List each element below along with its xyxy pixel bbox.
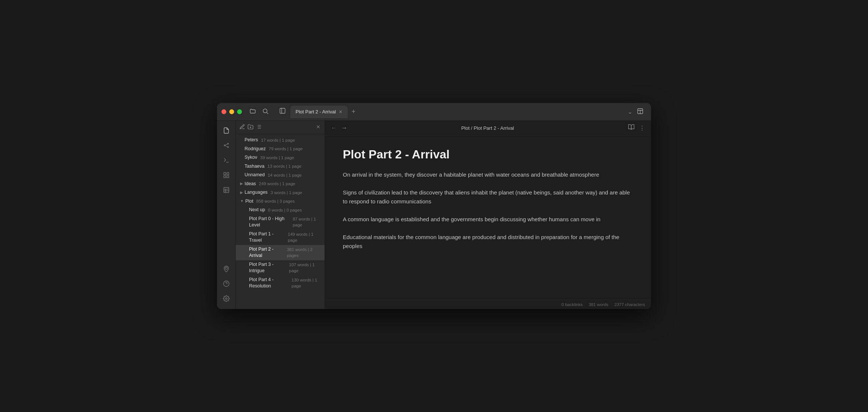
sidebar-icon-documents[interactable] xyxy=(220,124,233,137)
file-sidebar-header xyxy=(236,121,325,134)
list-item[interactable]: Sykov 39 words | 1 page xyxy=(236,153,325,162)
breadcrumb: Plot / Plot Part 2 - Arrival xyxy=(352,125,623,131)
sidebar-toggle-icon[interactable] xyxy=(279,107,286,116)
svg-rect-2 xyxy=(280,108,285,113)
paragraph-3: A common language is established and the… xyxy=(343,215,633,224)
svg-line-11 xyxy=(225,146,227,147)
list-item[interactable]: Plot Part 2 - Arrival 381 words | 2 page… xyxy=(236,245,325,260)
svg-point-21 xyxy=(225,267,227,270)
list-item[interactable]: Plot Part 4 - Resolution 130 words | 1 p… xyxy=(236,276,325,291)
backlinks-count: 0 backlinks xyxy=(562,302,583,307)
breadcrumb-current[interactable]: Plot Part 2 - Arrival xyxy=(473,125,514,131)
svg-point-24 xyxy=(225,298,227,300)
titlebar-icons xyxy=(249,108,269,116)
forward-button[interactable]: → xyxy=(341,125,347,131)
svg-point-7 xyxy=(224,145,225,146)
content-nav: ← → Plot / Plot Part 2 - Arrival ⋮ xyxy=(325,121,651,135)
file-sidebar: Peters 17 words | 1 page Rodriguez 79 wo… xyxy=(236,121,325,309)
list-item[interactable]: Peters 17 words | 1 page xyxy=(236,136,325,145)
active-tab[interactable]: Plot Part 2 - Arrival ✕ xyxy=(290,106,348,118)
list-item[interactable]: Plot Part 3 - Intrigue 107 words | 1 pag… xyxy=(236,260,325,276)
word-count: 381 words xyxy=(588,302,608,307)
minimize-button[interactable] xyxy=(229,109,234,114)
folder-icon[interactable] xyxy=(249,108,256,116)
back-button[interactable]: ← xyxy=(331,125,337,131)
tab-close-button[interactable]: ✕ xyxy=(339,110,342,114)
chevron-right-icon: ▶ xyxy=(240,190,243,195)
svg-point-8 xyxy=(227,143,229,144)
list-item[interactable]: Next up 0 words | 0 pages xyxy=(236,206,325,215)
close-button[interactable] xyxy=(221,109,226,114)
tab-label: Plot Part 2 - Arrival xyxy=(296,109,336,115)
list-item[interactable]: Plot Part 1 - Travel 149 words | 1 page xyxy=(236,230,325,245)
main-window: Plot Part 2 - Arrival ✕ + ⌄ xyxy=(217,103,651,309)
list-item[interactable]: Unnamed 14 words | 1 page xyxy=(236,171,325,180)
sidebar-icon-location[interactable] xyxy=(220,262,233,276)
more-options-icon[interactable]: ⋮ xyxy=(639,125,645,132)
list-item[interactable]: Plot Part 0 - High Level 87 words | 1 pa… xyxy=(236,215,325,230)
content-actions: ⋮ xyxy=(628,124,645,132)
paragraph-4: Educational materials for the common lan… xyxy=(343,233,633,251)
icon-sidebar xyxy=(217,121,236,309)
traffic-lights xyxy=(221,109,242,114)
sidebar-icon-help[interactable] xyxy=(220,277,233,290)
svg-line-1 xyxy=(267,112,268,114)
chevron-right-icon: ▶ xyxy=(240,181,243,186)
sidebar-icon-graph[interactable] xyxy=(220,139,233,152)
list-item[interactable]: ▶ Languages 3 words | 1 page xyxy=(236,188,325,197)
maximize-button[interactable] xyxy=(237,109,242,114)
new-folder-icon[interactable] xyxy=(248,124,253,131)
svg-rect-13 xyxy=(224,173,226,174)
search-icon[interactable] xyxy=(262,108,269,116)
editor-area[interactable]: Plot Part 2 - Arrival On arrival in the … xyxy=(325,135,651,300)
layout-toggle-icon[interactable] xyxy=(637,108,644,116)
svg-line-10 xyxy=(225,144,227,145)
sidebar-icon-settings[interactable] xyxy=(220,292,233,305)
titlebar-right: ⌄ xyxy=(628,108,647,116)
svg-rect-15 xyxy=(224,176,226,178)
list-item[interactable]: Tashaeva 13 words | 1 page xyxy=(236,162,325,171)
sidebar-icon-table[interactable] xyxy=(220,183,233,197)
list-item[interactable]: ▶ Ideas 249 words | 1 page xyxy=(236,180,325,189)
reader-mode-icon[interactable] xyxy=(628,124,635,132)
list-item[interactable]: Rodriguez 79 words | 1 page xyxy=(236,145,325,154)
sidebar-icons-bottom xyxy=(220,262,233,309)
svg-point-9 xyxy=(227,147,229,148)
paragraph-1: On arrival in the system, they discover … xyxy=(343,170,633,179)
sort-icon[interactable] xyxy=(256,124,262,131)
sidebar-icon-terminal[interactable] xyxy=(220,154,233,167)
dropdown-icon[interactable]: ⌄ xyxy=(628,108,632,115)
content-area: ← → Plot / Plot Part 2 - Arrival ⋮ xyxy=(325,121,651,309)
chevron-down-icon: ▼ xyxy=(240,199,244,204)
list-item[interactable]: ▼ Plot 858 words | 3 pages xyxy=(236,197,325,206)
close-sidebar-icon[interactable] xyxy=(316,124,321,131)
character-count: 2377 characters xyxy=(615,302,645,307)
main-area: Peters 17 words | 1 page Rodriguez 79 wo… xyxy=(217,121,651,309)
svg-rect-14 xyxy=(227,173,229,174)
breadcrumb-parent[interactable]: Plot xyxy=(461,125,469,131)
svg-rect-17 xyxy=(224,187,229,193)
new-document-icon[interactable] xyxy=(239,124,245,131)
svg-point-0 xyxy=(263,109,267,113)
svg-rect-16 xyxy=(227,176,229,178)
breadcrumb-separator: / xyxy=(470,125,474,131)
status-bar: 0 backlinks 381 words 2377 characters xyxy=(325,300,651,309)
new-tab-button[interactable]: + xyxy=(349,108,358,116)
titlebar: Plot Part 2 - Arrival ✕ + ⌄ xyxy=(217,103,651,121)
svg-point-22 xyxy=(223,281,229,287)
sidebar-icon-grid[interactable] xyxy=(220,168,233,182)
paragraph-2: Signs of civilization lead to the discov… xyxy=(343,188,633,206)
document-title: Plot Part 2 - Arrival xyxy=(343,147,633,161)
file-tree: Peters 17 words | 1 page Rodriguez 79 wo… xyxy=(236,134,325,309)
tabs-area: Plot Part 2 - Arrival ✕ + xyxy=(279,106,625,118)
